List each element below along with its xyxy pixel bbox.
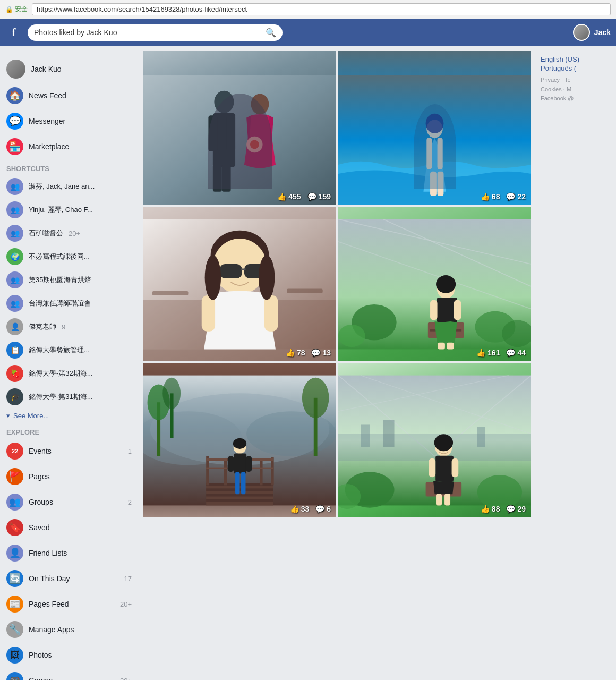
comment-count: 💬 44 <box>506 348 526 357</box>
svg-rect-92 <box>429 458 436 477</box>
photo-cell[interactable]: 👍 161 💬 44 <box>338 207 531 361</box>
photo-cell[interactable]: 👍 33 💬 6 <box>143 363 336 517</box>
sidebar-item-group4[interactable]: 🌍 不必寫程式課後同... <box>0 245 138 268</box>
privacy-text: Privacy · Te <box>541 75 612 85</box>
photo-cell[interactable]: 👍 455 💬 159 <box>143 51 336 205</box>
comment-count: 💬 6 <box>315 505 331 513</box>
sidebar-item-label: Games <box>29 676 115 680</box>
photos-icon: 🖼 <box>6 647 23 664</box>
header-avatar[interactable] <box>573 24 590 41</box>
badge: 20+ <box>120 600 132 608</box>
group1-icon: 👥 <box>6 178 23 195</box>
search-icon: 🔍 <box>266 28 276 38</box>
photo-grid: 👍 455 💬 159 <box>143 51 531 517</box>
comment-count: 💬 13 <box>311 348 331 357</box>
like-count: 👍 78 <box>286 348 305 357</box>
address-bar[interactable]: https://www.facebook.com/search/15421693… <box>32 3 611 15</box>
sidebar-item-group3[interactable]: 👥 石矿嗌督公 20+ <box>0 222 138 245</box>
group10-icon: 🎓 <box>6 388 23 405</box>
sidebar-item-label: Messenger <box>29 117 132 125</box>
chevron-down-icon: ▾ <box>6 412 10 420</box>
search-input[interactable] <box>34 28 261 37</box>
photo-cell[interactable]: 👍 78 💬 13 <box>143 207 336 361</box>
sidebar-item-on-this-day[interactable]: 🔄 On This Day 17 <box>0 566 138 591</box>
sidebar-item-photos[interactable]: 🖼 Photos <box>0 642 138 668</box>
group2-icon: 👥 <box>6 201 23 218</box>
marketplace-icon: 🏪 <box>6 138 23 155</box>
sidebar-item-events[interactable]: 22 Events 1 <box>0 438 138 464</box>
like-icon: 👍 <box>277 192 286 201</box>
lang-english[interactable]: English (US) <box>541 55 612 63</box>
sidebar-item-label: Pages Feed <box>29 600 115 608</box>
sidebar-item-group8[interactable]: 📋 銘傳大學餐旅管理... <box>0 338 138 362</box>
sidebar-item-group7[interactable]: 👤 傑克老師 9 <box>0 315 138 338</box>
facebook-logo[interactable]: f <box>5 24 22 41</box>
photo-cell[interactable]: 👍 88 💬 29 <box>338 363 531 517</box>
shortcut-label: 銘傳大學-第31期海... <box>29 392 93 402</box>
comment-count: 💬 159 <box>307 192 331 201</box>
sidebar-item-messenger[interactable]: 💬 Messenger <box>0 108 138 134</box>
svg-point-76 <box>233 438 246 449</box>
svg-rect-44 <box>454 300 461 320</box>
sidebar-item-label: Groups <box>29 498 123 506</box>
sidebar-item-manage-apps[interactable]: 🔧 Manage Apps <box>0 617 138 642</box>
games-icon: 🎮 <box>6 672 23 680</box>
sidebar-item-pages-feed[interactable]: 📰 Pages Feed 20+ <box>0 591 138 617</box>
news-feed-icon: 🏠 <box>6 87 23 104</box>
svg-rect-26 <box>241 268 245 270</box>
svg-rect-45 <box>438 343 445 350</box>
sidebar-item-friend-lists[interactable]: 👤 Friend Lists <box>0 540 138 566</box>
sidebar-item-label: News Feed <box>29 91 132 100</box>
sidebar-item-games[interactable]: 🎮 Games 20+ <box>0 668 138 680</box>
lang-portuguese[interactable]: Português ( <box>541 64 612 72</box>
svg-rect-94 <box>436 494 442 505</box>
messenger-icon: 💬 <box>6 113 23 130</box>
sidebar-item-label: Marketplace <box>29 142 132 151</box>
badge: 2 <box>128 498 132 506</box>
sidebar-item-groups[interactable]: 👥 Groups 2 <box>0 489 138 515</box>
comment-icon: 💬 <box>307 192 316 201</box>
group4-icon: 🌍 <box>6 248 23 265</box>
sidebar-item-news-feed[interactable]: 🏠 News Feed <box>0 83 138 108</box>
see-more-button[interactable]: ▾ See More... <box>0 409 138 423</box>
sidebar-item-group2[interactable]: 👥 Yinju, 麗琴, Chao F... <box>0 198 138 222</box>
photo-cell[interactable]: 👍 68 💬 22 <box>338 51 531 205</box>
sidebar-item-group10[interactable]: 🎓 銘傳大學-第31期海... <box>0 385 138 409</box>
sidebar-item-saved[interactable]: 🔖 Saved <box>0 515 138 540</box>
like-icon: 👍 <box>290 505 299 513</box>
photo-stats: 👍 68 💬 22 <box>481 192 526 201</box>
content-area: 👍 455 💬 159 <box>138 51 536 680</box>
language-links[interactable]: English (US) Português ( <box>541 55 612 72</box>
sidebar-item-group5[interactable]: 👥 第35期桃園海青烘焙 <box>0 268 138 292</box>
sidebar-item-pages[interactable]: 🚩 Pages <box>0 464 138 489</box>
sidebar-item-group6[interactable]: 👥 台灣兼任講師聯誼會 <box>0 292 138 315</box>
events-icon: 22 <box>6 443 23 460</box>
shortcut-label: 台灣兼任講師聯誼會 <box>29 299 91 308</box>
svg-rect-19 <box>152 291 189 295</box>
pages-feed-icon: 📰 <box>6 596 23 613</box>
sidebar-item-label: On This Day <box>29 574 119 583</box>
shortcut-label: 銘傳大學-第32期海... <box>29 369 93 378</box>
groups-icon: 👥 <box>6 494 23 511</box>
sidebar-username: Jack Kuo <box>31 65 62 73</box>
sidebar-item-label: Saved <box>29 523 132 532</box>
svg-rect-91 <box>435 456 454 482</box>
svg-point-47 <box>436 275 456 293</box>
group3-icon: 👥 <box>6 225 23 242</box>
svg-point-9 <box>250 140 259 149</box>
svg-rect-71 <box>234 453 247 473</box>
svg-point-11 <box>426 120 442 138</box>
shortcut-label: 第35期桃園海青烘焙 <box>29 275 91 285</box>
svg-rect-72 <box>235 472 239 494</box>
like-icon: 👍 <box>481 192 490 201</box>
svg-rect-43 <box>430 300 438 320</box>
sidebar-item-marketplace[interactable]: 🏪 Marketplace <box>0 134 138 159</box>
sidebar-user[interactable]: Jack Kuo <box>0 55 138 83</box>
search-bar[interactable]: 🔍 <box>28 24 283 41</box>
shortcut-label: 銘傳大學餐旅管理... <box>29 345 90 355</box>
sidebar-item-group9[interactable]: 🍓 銘傳大學-第32期海... <box>0 362 138 385</box>
sidebar: Jack Kuo 🏠 News Feed 💬 Messenger 🏪 Marke… <box>0 51 138 680</box>
svg-point-51 <box>246 411 336 456</box>
header-username[interactable]: Jack <box>594 28 611 37</box>
sidebar-item-group1[interactable]: 👥 淑芬, Jack, Jane an... <box>0 175 138 198</box>
